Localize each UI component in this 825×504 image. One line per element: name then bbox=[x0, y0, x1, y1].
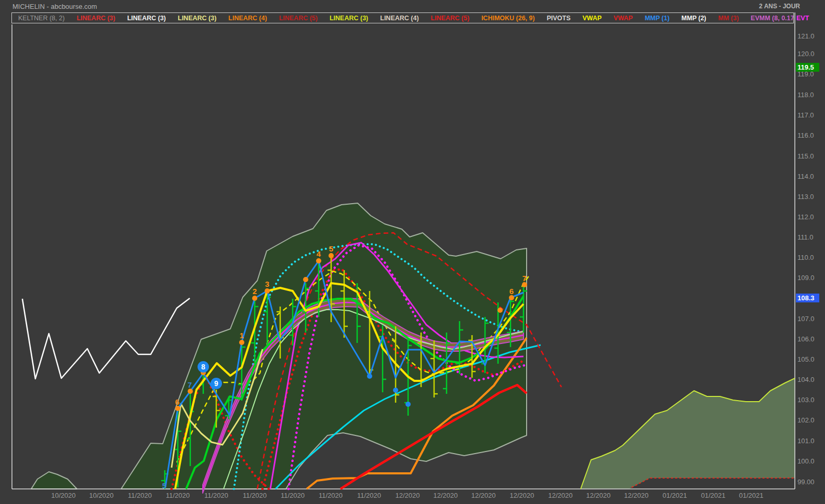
y-axis-tick-label: 104.0 bbox=[797, 376, 815, 383]
y-axis-tick-label: 120.0 bbox=[797, 50, 815, 58]
y-axis-tick-label: 116.0 bbox=[797, 131, 814, 139]
x-axis-tick-label: 01/2021 bbox=[733, 492, 769, 499]
count-number-label: 2 bbox=[253, 287, 257, 296]
y-axis-tick-label: 106.0 bbox=[797, 335, 815, 343]
x-axis-tick-label: 11/2020 bbox=[122, 492, 158, 499]
x-axis-tick-label: 11/2020 bbox=[351, 492, 387, 499]
y-axis-tick-label: 99.00 bbox=[797, 478, 815, 486]
count-number-label: 6 bbox=[509, 287, 514, 296]
signal-dot-orange bbox=[303, 277, 308, 282]
signal-dot-orange bbox=[188, 389, 193, 394]
price-badge: 119.5 bbox=[796, 63, 819, 72]
charting-app: MICHELIN - abcbourse.com 2 ANS - JOUR KE… bbox=[0, 0, 825, 504]
count-number-label: 5 bbox=[329, 244, 333, 253]
x-axis-tick-label: 12/2020 bbox=[389, 492, 426, 499]
count-number-label: 1 bbox=[240, 331, 244, 340]
x-axis-tick-label: 11/2020 bbox=[274, 492, 311, 499]
count-number-label: 4 bbox=[317, 249, 321, 258]
count-number-label: 5 bbox=[162, 481, 166, 490]
signal-dot-orange bbox=[175, 406, 180, 411]
x-axis-tick-label: 12/2020 bbox=[465, 492, 502, 499]
signal-dot-orange bbox=[509, 295, 514, 300]
x-axis-tick-label: 10/2020 bbox=[45, 492, 82, 499]
y-axis-tick-label: 109.0 bbox=[797, 274, 815, 282]
price-badge: 108.3 bbox=[796, 294, 819, 302]
y-axis-tick-label: 111.0 bbox=[797, 233, 814, 241]
y-axis-tick-label: 110.0 bbox=[797, 254, 814, 261]
series-white-zigzag bbox=[22, 298, 190, 379]
count-circle-number: 9 bbox=[214, 379, 218, 388]
x-axis-tick-label: 12/2020 bbox=[542, 492, 579, 499]
x-axis-tick-label: 11/2020 bbox=[237, 492, 273, 499]
count-number-label: 7 bbox=[522, 274, 527, 283]
ichimoku-cloud-left-bump bbox=[31, 472, 77, 489]
signal-dot-orange bbox=[252, 296, 257, 301]
y-axis-tick-label: 118.0 bbox=[797, 91, 814, 99]
count-number-label: 7 bbox=[188, 380, 192, 389]
x-axis-tick-label: 11/2020 bbox=[160, 492, 196, 499]
signal-dot-orange bbox=[329, 253, 334, 258]
price-chart-canvas[interactable]: 567123456789 bbox=[0, 0, 825, 504]
count-number-label: 3 bbox=[265, 280, 269, 288]
y-axis-tick-label: 114.0 bbox=[797, 173, 814, 180]
x-axis-tick-label: 12/2020 bbox=[618, 492, 654, 499]
signal-dot-orange bbox=[497, 308, 503, 313]
signal-dot-blue bbox=[367, 374, 372, 379]
signal-dot-orange bbox=[239, 340, 244, 345]
y-axis-tick-label: 101.0 bbox=[797, 437, 815, 445]
x-axis-tick-label: 12/2020 bbox=[427, 492, 464, 499]
signal-dot-orange bbox=[265, 288, 270, 294]
signal-dot-blue bbox=[405, 402, 411, 407]
x-axis-tick-label: 01/2021 bbox=[695, 492, 731, 499]
x-axis-tick-label: 11/2020 bbox=[312, 492, 349, 499]
x-axis-tick-label: 12/2020 bbox=[580, 492, 617, 499]
x-axis-tick-label: 11/2020 bbox=[198, 492, 234, 499]
y-axis-tick-label: 115.0 bbox=[797, 152, 814, 160]
y-axis-tick-label: 113.0 bbox=[797, 193, 814, 201]
series-future-cloud-floor bbox=[632, 478, 795, 487]
y-axis-tick-label: 107.0 bbox=[797, 315, 815, 323]
x-axis-tick-label: 10/2020 bbox=[83, 492, 120, 499]
count-circle-number: 8 bbox=[201, 363, 205, 371]
y-axis-tick-label: 112.0 bbox=[797, 213, 814, 221]
signal-dot-orange bbox=[316, 258, 321, 263]
count-number-label: 6 bbox=[175, 397, 179, 406]
y-axis-tick-label: 121.0 bbox=[797, 32, 815, 40]
x-axis-tick-label: 01/2021 bbox=[657, 492, 693, 499]
signal-dot-blue bbox=[393, 388, 398, 393]
y-axis-tick-label: 117.0 bbox=[797, 111, 814, 119]
x-axis-tick-label: 12/2020 bbox=[504, 492, 540, 499]
y-axis-tick-label: 105.0 bbox=[797, 355, 815, 363]
signal-dot-orange bbox=[522, 282, 527, 287]
y-axis-tick-label: 100.0 bbox=[797, 457, 815, 465]
y-axis-tick-label: 103.0 bbox=[797, 396, 815, 404]
y-axis-tick-label: 102.0 bbox=[797, 416, 815, 424]
